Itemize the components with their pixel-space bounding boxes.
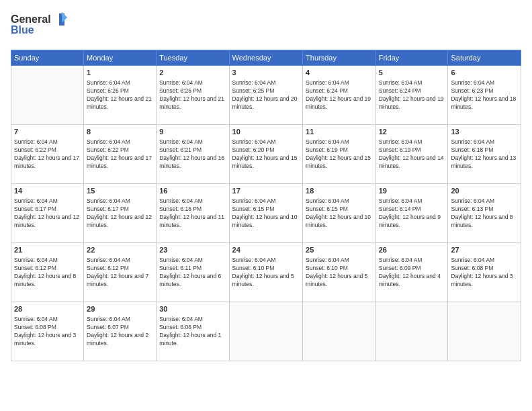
day-info: Sunrise: 6:04 AMSunset: 6:26 PMDaylight:… [159,79,226,111]
calendar-cell: 22Sunrise: 6:04 AMSunset: 6:12 PMDayligh… [84,243,157,302]
sunset-label: Sunset: 6:06 PM [159,324,202,330]
calendar-cell: 29Sunrise: 6:04 AMSunset: 6:07 PMDayligh… [84,302,157,361]
sunset-label: Sunset: 6:17 PM [14,205,56,212]
daylight-label: Daylight: 12 hours and 9 minutes. [379,214,441,228]
day-number: 30 [159,304,226,314]
day-header-monday: Monday [84,50,157,66]
day-info: Sunrise: 6:04 AMSunset: 6:19 PMDaylight:… [379,138,445,171]
sunrise-label: Sunrise: 6:04 AM [14,197,58,204]
daylight-label: Daylight: 12 hours and 19 minutes. [379,95,444,110]
sunset-label: Sunset: 6:11 PM [159,265,202,271]
sunrise-label: Sunrise: 6:04 AM [379,79,423,86]
sunset-label: Sunset: 6:25 PM [232,87,275,94]
sunset-label: Sunset: 6:12 PM [14,265,56,271]
sunrise-label: Sunrise: 6:04 AM [306,197,349,204]
calendar: SundayMondayTuesdayWednesdayThursdayFrid… [11,50,521,361]
daylight-label: Daylight: 12 hours and 17 minutes. [87,154,152,169]
daylight-label: Daylight: 12 hours and 19 minutes. [306,95,371,110]
calendar-cell: 13Sunrise: 6:04 AMSunset: 6:18 PMDayligh… [448,125,521,184]
sunrise-label: Sunrise: 6:04 AM [306,79,349,86]
calendar-cell: 16Sunrise: 6:04 AMSunset: 6:16 PMDayligh… [157,184,229,243]
daylight-label: Daylight: 12 hours and 13 minutes. [451,154,516,169]
sunset-label: Sunset: 6:23 PM [451,87,493,94]
calendar-cell: 24Sunrise: 6:04 AMSunset: 6:10 PMDayligh… [229,243,303,302]
day-info: Sunrise: 6:04 AMSunset: 6:14 PMDaylight:… [379,197,445,230]
sunrise-label: Sunrise: 6:04 AM [451,138,494,145]
day-info: Sunrise: 6:04 AMSunset: 6:17 PMDaylight:… [14,197,81,230]
calendar-cell: 21Sunrise: 6:04 AMSunset: 6:12 PMDayligh… [11,243,84,302]
day-number: 10 [232,127,300,137]
calendar-cell: 12Sunrise: 6:04 AMSunset: 6:19 PMDayligh… [375,125,448,184]
calendar-cell: 19Sunrise: 6:04 AMSunset: 6:14 PMDayligh… [375,184,448,243]
calendar-cell: 25Sunrise: 6:04 AMSunset: 6:10 PMDayligh… [303,243,376,302]
sunset-label: Sunset: 6:08 PM [14,324,56,330]
calendar-cell: 5Sunrise: 6:04 AMSunset: 6:24 PMDaylight… [375,66,448,125]
daylight-label: Daylight: 12 hours and 16 minutes. [159,154,224,169]
day-info: Sunrise: 6:04 AMSunset: 6:18 PMDaylight:… [451,138,518,171]
sunset-label: Sunset: 6:26 PM [87,87,129,94]
calendar-cell [229,302,303,361]
calendar-cell: 14Sunrise: 6:04 AMSunset: 6:17 PMDayligh… [11,184,84,243]
day-number: 19 [379,186,445,196]
day-info: Sunrise: 6:04 AMSunset: 6:24 PMDaylight:… [379,79,445,111]
sunrise-label: Sunrise: 6:04 AM [232,197,276,204]
day-number: 25 [306,245,373,255]
day-info: Sunrise: 6:04 AMSunset: 6:08 PMDaylight:… [14,316,81,348]
day-info: Sunrise: 6:04 AMSunset: 6:26 PMDaylight:… [87,79,153,111]
day-info: Sunrise: 6:04 AMSunset: 6:16 PMDaylight:… [159,197,226,230]
day-info: Sunrise: 6:04 AMSunset: 6:08 PMDaylight:… [451,257,518,289]
calendar-cell [11,66,84,125]
sunrise-label: Sunrise: 6:04 AM [159,197,203,204]
sunset-label: Sunset: 6:22 PM [14,146,56,153]
day-info: Sunrise: 6:04 AMSunset: 6:12 PMDaylight:… [14,257,81,289]
day-info: Sunrise: 6:04 AMSunset: 6:25 PMDaylight:… [232,79,300,111]
sunset-label: Sunset: 6:20 PM [232,146,275,153]
sunrise-label: Sunrise: 6:04 AM [232,257,276,263]
daylight-label: Daylight: 12 hours and 3 minutes. [14,332,76,347]
daylight-label: Daylight: 12 hours and 20 minutes. [232,95,298,110]
daylight-label: Daylight: 12 hours and 8 minutes. [14,273,76,287]
daylight-label: Daylight: 12 hours and 4 minutes. [379,273,441,287]
sunrise-label: Sunrise: 6:04 AM [14,138,58,145]
svg-text:General: General [11,13,51,25]
calendar-week-1: 1Sunrise: 6:04 AMSunset: 6:26 PMDaylight… [11,66,521,125]
daylight-label: Daylight: 12 hours and 2 minutes. [87,332,148,347]
day-info: Sunrise: 6:04 AMSunset: 6:09 PMDaylight:… [379,257,445,289]
sunset-label: Sunset: 6:26 PM [159,87,202,94]
calendar-cell: 18Sunrise: 6:04 AMSunset: 6:15 PMDayligh… [303,184,376,243]
sunrise-label: Sunrise: 6:04 AM [14,316,58,322]
daylight-label: Daylight: 12 hours and 5 minutes. [306,273,367,287]
day-number: 18 [306,186,373,196]
sunset-label: Sunset: 6:10 PM [306,265,348,271]
sunrise-label: Sunrise: 6:04 AM [379,138,423,145]
sunrise-label: Sunrise: 6:04 AM [451,79,494,86]
daylight-label: Daylight: 12 hours and 14 minutes. [379,154,444,169]
calendar-cell: 4Sunrise: 6:04 AMSunset: 6:24 PMDaylight… [303,66,376,125]
calendar-cell: 30Sunrise: 6:04 AMSunset: 6:06 PMDayligh… [157,302,229,361]
day-number: 14 [14,186,81,196]
daylight-label: Daylight: 12 hours and 8 minutes. [451,214,513,228]
day-header-saturday: Saturday [448,50,521,66]
calendar-cell: 11Sunrise: 6:04 AMSunset: 6:19 PMDayligh… [303,125,376,184]
calendar-cell: 8Sunrise: 6:04 AMSunset: 6:22 PMDaylight… [84,125,157,184]
day-number: 6 [451,68,518,78]
calendar-cell [448,302,521,361]
svg-text:Blue: Blue [11,24,34,36]
calendar-week-3: 14Sunrise: 6:04 AMSunset: 6:17 PMDayligh… [11,184,521,243]
logo-svg: General Blue [11,11,71,40]
sunrise-label: Sunrise: 6:04 AM [379,257,423,263]
daylight-label: Daylight: 12 hours and 11 minutes. [159,214,224,228]
sunrise-label: Sunrise: 6:04 AM [159,316,203,322]
day-number: 20 [451,186,518,196]
day-number: 5 [379,68,445,78]
day-header-sunday: Sunday [11,50,84,66]
sunset-label: Sunset: 6:16 PM [159,205,202,212]
day-number: 17 [232,186,300,196]
day-number: 7 [14,127,81,137]
day-header-thursday: Thursday [303,50,376,66]
calendar-cell: 10Sunrise: 6:04 AMSunset: 6:20 PMDayligh… [229,125,303,184]
calendar-cell: 28Sunrise: 6:04 AMSunset: 6:08 PMDayligh… [11,302,84,361]
day-number: 27 [451,245,518,255]
day-number: 29 [87,304,153,314]
sunrise-label: Sunrise: 6:04 AM [379,197,423,204]
